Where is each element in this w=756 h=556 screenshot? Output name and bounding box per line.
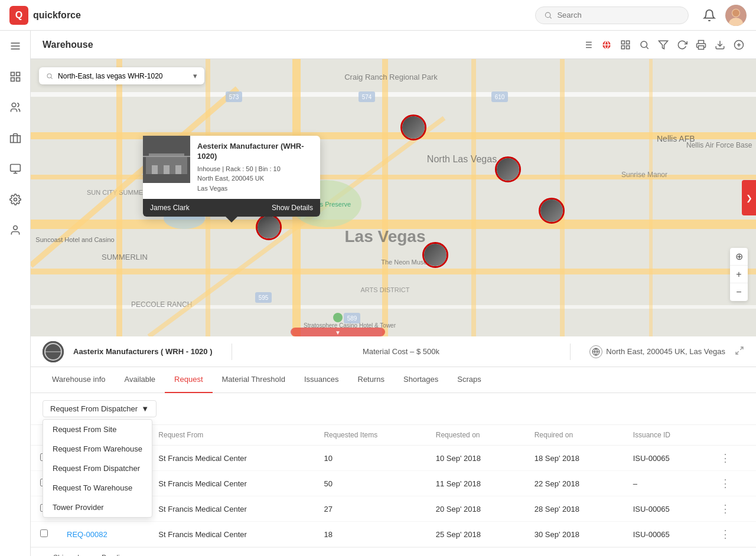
map-container: Las Vegas North Las Vegas SUMMERLIN PECC…: [31, 59, 756, 336]
popup-title: Aesterix Manufacturer (WHR-1020): [197, 142, 313, 162]
dropdown-item-dispatcher[interactable]: Request From Dispatcher: [43, 459, 152, 478]
map-search-input[interactable]: [58, 72, 188, 80]
svg-point-83: [333, 313, 343, 322]
table-toolbar: Request From Dispatcher ▼ Request From S…: [31, 393, 756, 425]
warehouse-divider-2: [570, 344, 571, 360]
show-details-button[interactable]: Show Details: [272, 204, 313, 212]
tab-warehouse-info[interactable]: Warehouse info: [43, 367, 115, 393]
dropdown-item-tower[interactable]: Tower Provider: [43, 498, 152, 517]
sidebar-people-icon[interactable]: [7, 99, 24, 116]
map-pin-5[interactable]: [539, 198, 565, 224]
search-input[interactable]: [557, 11, 680, 19]
th-request-from: Request From: [149, 425, 314, 446]
svg-rect-9: [11, 73, 14, 76]
zoom-in[interactable]: +: [730, 266, 748, 283]
sidebar-menu-icon[interactable]: [7, 38, 24, 54]
tab-scraps[interactable]: Scraps: [448, 367, 490, 393]
filter-icon[interactable]: [658, 40, 669, 50]
tab-returns[interactable]: Returns: [348, 367, 395, 393]
download-icon[interactable]: [715, 40, 725, 50]
expand-icon[interactable]: [735, 346, 744, 357]
search-bar[interactable]: [535, 6, 689, 24]
map-search-dropdown[interactable]: ▾: [193, 71, 197, 80]
row-more-btn[interactable]: ⋮: [720, 528, 731, 541]
popup-info: Aesterix Manufacturer (WHR-1020) Inhouse…: [190, 136, 320, 199]
table-area: Request From Dispatcher ▼ Request From S…: [31, 393, 756, 556]
svg-line-102: [740, 347, 743, 350]
row-more: ⋮: [711, 446, 756, 471]
map-pin-1[interactable]: [400, 115, 426, 140]
tab-material-threshold[interactable]: Material Threshold: [213, 367, 295, 393]
sidebar-monitor-icon[interactable]: [7, 161, 24, 177]
svg-line-103: [736, 351, 739, 354]
dropdown-item-warehouse[interactable]: Request From Warehouse: [43, 439, 152, 459]
svg-rect-95: [164, 165, 170, 174]
svg-line-1: [550, 17, 552, 18]
dropdown-item-site[interactable]: Request From Site: [43, 420, 152, 439]
legend-pending: Pending: [91, 554, 128, 556]
svg-text:574: 574: [362, 94, 372, 100]
tab-available[interactable]: Available: [115, 367, 165, 393]
sidebar-user-icon[interactable]: [7, 222, 24, 238]
row-checkbox[interactable]: [31, 522, 57, 547]
tab-issuances[interactable]: Issuances: [295, 367, 348, 393]
sidebar-settings-icon[interactable]: [7, 191, 24, 208]
map-bg: Las Vegas North Las Vegas SUMMERLIN PECC…: [31, 59, 756, 336]
svg-rect-12: [11, 78, 14, 81]
logo-text: quickforce: [33, 10, 81, 21]
th-required-on: Required on: [525, 425, 624, 446]
map-zoom-controls: ⊕ + −: [730, 248, 748, 301]
user-avatar[interactable]: [725, 5, 747, 26]
svg-text:▼: ▼: [335, 329, 341, 336]
th-actions: [711, 425, 756, 446]
row-required-on: 18 Sep' 2018: [525, 446, 624, 471]
globe-icon[interactable]: [601, 40, 612, 50]
zoom-compass[interactable]: ⊕: [730, 248, 748, 266]
map-pin-4[interactable]: [495, 156, 521, 182]
tab-request[interactable]: Request: [165, 367, 212, 393]
row-requested-items: 18: [314, 522, 426, 547]
map-pin-3[interactable]: [422, 242, 448, 268]
legend-shipped: Shipped: [43, 554, 79, 556]
dropdown-item-to-warehouse[interactable]: Request To Warehouse: [43, 478, 152, 498]
row-more: ⋮: [711, 471, 756, 496]
warehouse-divider: [232, 344, 232, 360]
list-view-icon[interactable]: [582, 40, 593, 50]
request-type-dropdown[interactable]: Request From Dispatcher ▼: [43, 400, 157, 417]
row-more: ⋮: [711, 522, 756, 547]
row-required-on: 28 Sep' 2018: [525, 496, 624, 522]
sidebar-warehouse-icon[interactable]: [7, 130, 24, 146]
row-requested-on: 20 Sep' 2018: [426, 496, 525, 522]
svg-point-13: [12, 103, 16, 107]
row-requested-on: 25 Sep' 2018: [426, 522, 525, 547]
plus-icon[interactable]: [734, 40, 744, 50]
warehouse-bar: Aasterix Manufacturers ( WRH - 1020 ) Ma…: [31, 336, 756, 367]
svg-rect-10: [16, 73, 19, 76]
grid-icon[interactable]: [620, 40, 631, 50]
row-more-btn[interactable]: ⋮: [720, 477, 731, 490]
print-icon[interactable]: [696, 40, 706, 50]
dropdown-menu: Request From Site Request From Warehouse…: [43, 419, 152, 518]
row-requested-items: 10: [314, 446, 426, 471]
map-search-bar[interactable]: ▾: [39, 67, 204, 84]
zoom-out[interactable]: −: [730, 283, 748, 301]
search-header-icon[interactable]: [639, 40, 650, 50]
svg-point-88: [47, 73, 51, 77]
row-requested-items: 27: [314, 496, 426, 522]
row-more-btn[interactable]: ⋮: [720, 502, 731, 515]
svg-text:SUMMERLIN: SUMMERLIN: [102, 253, 148, 261]
row-issuance-id: ISU-00065: [624, 522, 711, 547]
tab-shortages[interactable]: Shortages: [394, 367, 448, 393]
row-requested-items: 50: [314, 471, 426, 496]
row-req-id: REQ-00082: [57, 522, 149, 547]
svg-point-32: [641, 41, 647, 48]
row-request-from: St Francis Medical Center: [149, 446, 314, 471]
sidebar-dashboard-icon[interactable]: [7, 68, 24, 85]
map-pin-2[interactable]: [256, 214, 282, 240]
refresh-icon[interactable]: [677, 40, 687, 50]
row-more-btn[interactable]: ⋮: [720, 452, 731, 465]
panel-toggle[interactable]: ❯: [742, 180, 756, 215]
sidebar: [0, 31, 31, 556]
bell-icon[interactable]: [703, 9, 716, 22]
svg-rect-15: [10, 165, 20, 172]
